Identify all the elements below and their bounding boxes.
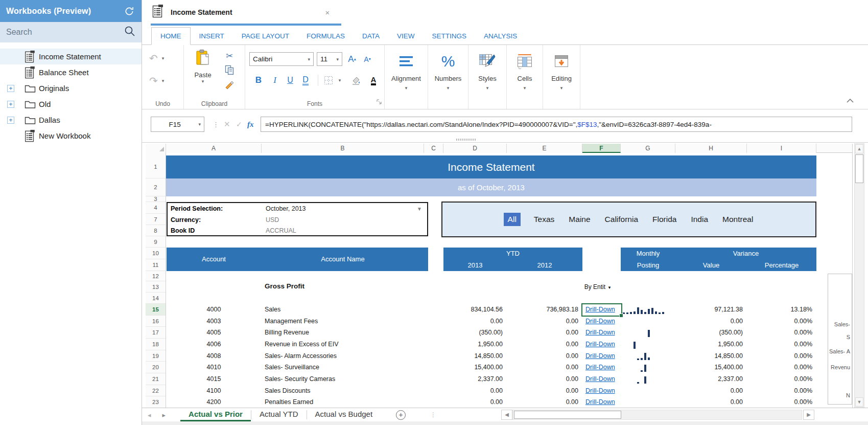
sidebar-item-new-workbook[interactable]: New Workbook [0,128,142,144]
confirm-entry-icon[interactable]: ✓ [236,117,242,132]
ribbon-tab-formulas[interactable]: FORMULAS [298,28,354,44]
cells-button[interactable]: Cells ▾ [507,49,543,109]
row-header-16[interactable]: 16 [146,316,166,327]
close-tab-icon[interactable]: × [325,8,330,17]
sheet-nav-right-icon[interactable]: ▸ [157,411,172,419]
formula-bar-menu-icon[interactable]: ⋮ [213,117,219,132]
name-box[interactable]: F15 ▾ [151,117,204,132]
borders-dropdown[interactable]: ▾ [336,74,343,87]
sidebar-item-balance-sheet[interactable]: Balance Sheet [0,64,142,80]
row-header-14[interactable]: 14 [146,293,166,304]
horizontal-scroll-thumb[interactable] [514,411,621,419]
sidebar-item-dallas[interactable]: +Dallas [0,112,142,128]
period-dropdown-icon[interactable]: ▼ [417,206,422,212]
filter-florida[interactable]: Florida [651,213,677,226]
row-header-12[interactable]: 12 [146,271,166,281]
double-underline-button[interactable]: D [299,74,312,87]
collapse-ribbon-icon[interactable] [847,96,854,105]
ribbon-tab-settings[interactable]: SETTINGS [424,28,476,44]
decrease-font-button[interactable]: A▾ [361,52,374,66]
ribbon-tab-insert[interactable]: INSERT [191,28,233,44]
row-header-2[interactable]: 2 [146,178,166,196]
cut-button[interactable]: ✂ [222,49,237,62]
expand-icon[interactable]: + [7,117,14,124]
row-header-15[interactable]: 15 [146,304,166,316]
expand-icon[interactable]: + [7,101,14,108]
undo-button[interactable]: ↶▾ [149,52,164,64]
search-icon[interactable] [124,26,135,39]
chevron-down-icon[interactable]: ▾ [198,122,204,127]
font-size-select[interactable]: 11 ▾ [317,52,342,66]
period-value[interactable]: October, 2013 [266,205,306,212]
insert-function-icon[interactable]: fx [247,117,254,132]
row-header-19[interactable]: 19 [146,350,166,362]
drill-down-link[interactable]: Drill-Down [585,318,615,325]
horizontal-scroll-track[interactable] [512,410,802,420]
drill-down-link[interactable]: Drill-Down [585,398,615,406]
column-header-g[interactable]: G [621,144,675,153]
styles-button[interactable]: Styles ▾ [468,49,506,109]
column-header-b[interactable]: B [262,144,424,153]
drill-down-link[interactable]: Drill-Down [585,329,615,336]
column-header-a[interactable]: A [166,144,262,153]
row-header-11[interactable]: 11 [146,259,166,271]
sheet-tab-actual-vs-prior[interactable]: Actual vs Prior [180,408,251,421]
column-header-e[interactable]: E [507,144,582,153]
sidebar-item-old[interactable]: +Old [0,96,142,112]
drill-down-link[interactable]: Drill-Down [585,341,615,348]
column-header-i[interactable]: I [747,144,816,153]
chevron-down-icon[interactable]: ▾ [162,56,165,61]
row-header-20[interactable]: 20 [146,362,166,373]
row-header-23[interactable]: 23 [146,396,166,408]
ribbon-tab-analysis[interactable]: ANALYSIS [475,28,526,44]
scroll-down-icon[interactable]: ▼ [855,397,863,407]
document-tab[interactable]: Income Statement × [152,3,330,21]
paste-button[interactable]: Paste ▾ [191,49,215,84]
drill-down-link[interactable]: Drill-Down [585,352,615,360]
numbers-button[interactable]: % Numbers ▾ [428,49,468,109]
column-header-c[interactable]: C [424,144,443,153]
filter-india[interactable]: India [690,213,709,226]
redo-button[interactable]: ↷▾ [149,75,164,87]
row-header-7[interactable]: 7 [146,214,166,225]
sidebar-item-income-statement[interactable]: Income Statement [0,49,142,64]
alignment-button[interactable]: Alignment ▾ [385,49,428,109]
sheet-tab-actual-ytd[interactable]: Actual YTD [251,408,307,421]
sheet-menu-icon[interactable]: ⋮ [430,414,436,416]
vertical-scrollbar[interactable]: ▲ ▼ [854,143,864,408]
italic-button[interactable]: I [269,74,281,87]
ribbon-tab-data[interactable]: DATA [354,28,388,44]
editing-button[interactable]: Editing ▾ [543,49,580,109]
ribbon-tab-home[interactable]: HOME [151,27,191,45]
filter-all[interactable]: All [504,213,521,226]
row-header-10[interactable]: 10 [146,248,166,259]
filter-montreal[interactable]: Montreal [721,213,754,226]
drill-down-link[interactable]: Drill-Down [585,364,615,371]
row-header-8[interactable]: 8 [146,225,166,236]
add-sheet-icon[interactable]: + [396,410,406,420]
filter-maine[interactable]: Maine [568,213,591,226]
drill-down-link[interactable]: Drill-Down [585,387,615,394]
row-header-9[interactable]: 9 [146,236,166,248]
expand-icon[interactable]: + [7,85,14,92]
splitter-handle[interactable] [456,139,477,141]
format-painter-button[interactable] [222,80,237,93]
filter-california[interactable]: California [604,213,639,226]
by-entity-filter[interactable]: By Entit▼ [561,283,612,290]
chevron-down-icon[interactable]: ▾ [162,78,165,83]
underline-button[interactable]: U [284,74,296,87]
scroll-left-icon[interactable]: ◀ [501,410,512,420]
bold-button[interactable]: B [252,74,265,87]
copy-button[interactable] [222,64,237,78]
column-header-h[interactable]: H [675,144,747,153]
row-header-17[interactable]: 17 [146,327,166,339]
filter-texas[interactable]: Texas [533,213,556,226]
font-name-select[interactable]: Calibri ▾ [249,52,314,66]
row-header-3[interactable]: 3 [146,196,166,202]
scroll-up-icon[interactable]: ▲ [855,144,863,153]
formula-input[interactable]: =HYPERLINK(CONCATENATE("https://dallas.n… [261,117,852,132]
row-header-1[interactable]: 1 [146,155,166,178]
chevron-down-icon[interactable]: ▾ [202,79,204,84]
ribbon-tab-view[interactable]: VIEW [388,28,424,44]
borders-button[interactable] [322,74,335,87]
